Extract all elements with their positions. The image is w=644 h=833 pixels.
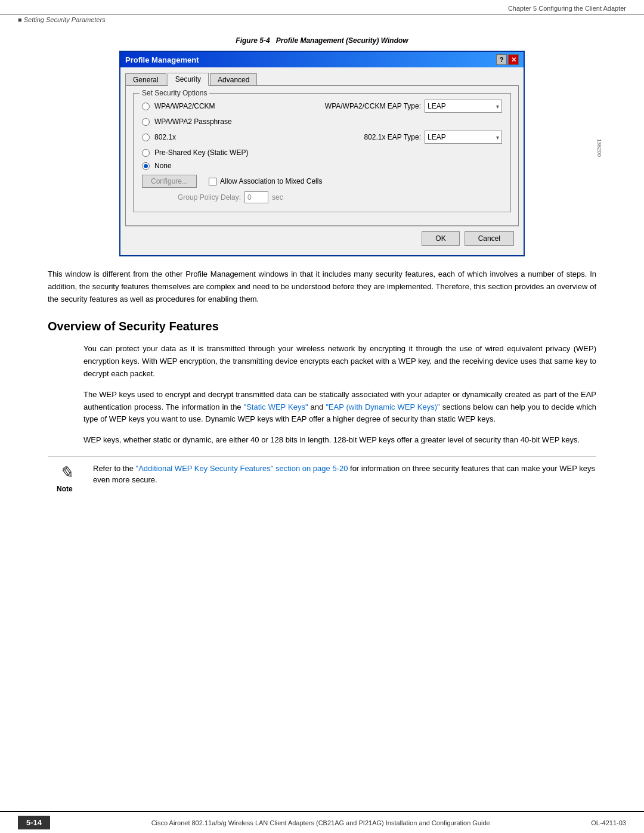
cancel-button[interactable]: Cancel (465, 231, 514, 246)
section-heading: Overview of Security Features (48, 320, 596, 333)
figure-side-label: 136200 (596, 138, 602, 156)
eap-type-2-dropdown[interactable]: LEAP ▾ (425, 131, 502, 144)
radio-row-wpa-cckm: WPA/WPA2/CCKM WPA/WPA2/CCKM EAP Type: LE… (142, 100, 502, 113)
note-label: Note (57, 485, 75, 493)
configure-button[interactable]: Configure... (142, 175, 197, 188)
wpa-cckm-left: WPA/WPA2/CCKM (142, 102, 215, 110)
radio-wpa-cckm[interactable] (142, 103, 150, 110)
dialog-buttons: OK Cancel (125, 226, 519, 250)
eap-type-1-section: WPA/WPA2/CCKM EAP Type: LEAP ▾ (325, 100, 502, 113)
radio-none[interactable] (142, 162, 150, 170)
radio-wpa-passphrase[interactable] (142, 118, 150, 126)
note-text: Refer to the "Additional WEP Key Securit… (93, 463, 596, 486)
page-header: Chapter 5 Configuring the Client Adapter (0, 0, 644, 15)
dropdown-arrow-1: ▾ (496, 103, 499, 110)
note-icon: ✎ (59, 463, 73, 482)
eap-type-1-dropdown[interactable]: LEAP ▾ (425, 100, 502, 113)
group-policy-row: Group Policy Delay: 0 sec (178, 191, 502, 203)
tab-general[interactable]: General (125, 73, 166, 86)
titlebar-buttons: ? ✕ (496, 54, 519, 65)
tabs-row: General Security Advanced (125, 72, 519, 85)
eap-type-2-section: 802.1x EAP Type: LEAP ▾ (364, 131, 502, 144)
footer-right-text: OL-4211-03 (591, 819, 626, 826)
sub-header: ■ Setting Security Parameters (0, 15, 644, 24)
note-section: ✎ Note Refer to the "Additional WEP Key … (48, 456, 596, 493)
tab-advanced[interactable]: Advanced (210, 73, 257, 86)
footer-center-text: Cisco Aironet 802.11a/b/g Wireless LAN C… (50, 819, 591, 826)
page-footer: 5-14 Cisco Aironet 802.11a/b/g Wireless … (0, 811, 644, 833)
note-link[interactable]: "Additional WEP Key Security Features" s… (136, 464, 348, 473)
titlebar: Profile Management ? ✕ (120, 52, 524, 67)
ok-button[interactable]: OK (422, 231, 459, 246)
page-number: 5-14 (18, 816, 50, 829)
body-text-1: This window is different from the other … (48, 268, 596, 305)
radio-8021x[interactable] (142, 134, 150, 141)
body-text-4: WEP keys, whether static or dynamic, are… (48, 434, 596, 447)
profile-management-window: Profile Management ? ✕ General Security (119, 51, 525, 256)
radio-row-none: None (142, 162, 502, 170)
body-text-3: The WEP keys used to encrypt and decrypt… (48, 389, 596, 426)
link-static-wep[interactable]: "Static WEP Keys" (244, 402, 308, 411)
allow-assoc-row: Allow Association to Mixed Cells (209, 177, 322, 185)
link-eap-dynamic[interactable]: "EAP (with Dynamic WEP Keys)" (326, 402, 440, 411)
radio-row-wpa-passphrase: WPA/WPA2 Passphrase (142, 117, 502, 126)
group-box-label: Set Security Options (140, 89, 209, 97)
radio-row-8021x: 802.1x 802.1x EAP Type: LEAP ▾ (142, 131, 502, 144)
help-button[interactable]: ? (496, 54, 507, 65)
tab-panel-security: Set Security Options WPA/WPA2/CCKM WPA/W… (125, 85, 519, 226)
allow-assoc-checkbox[interactable] (209, 178, 216, 185)
security-options-group: Set Security Options WPA/WPA2/CCKM WPA/W… (133, 93, 511, 212)
window-title: Profile Management (125, 55, 199, 64)
figure-caption: Figure 5-4 Profile Management (Security)… (48, 36, 596, 45)
profile-body: General Security Advanced Set Security O… (120, 67, 524, 255)
8021x-left: 802.1x (142, 133, 176, 141)
radio-row-preshared: Pre-Shared Key (Static WEP) (142, 148, 502, 157)
group-policy-spinner[interactable]: 0 (244, 191, 268, 203)
radio-preshared[interactable] (142, 149, 150, 157)
figure-container: Profile Management ? ✕ General Security (48, 51, 596, 256)
tab-security[interactable]: Security (168, 73, 209, 86)
header-right: Chapter 5 Configuring the Client Adapter (508, 5, 626, 12)
main-content: Figure 5-4 Profile Management (Security)… (0, 24, 644, 515)
body-text-2: You can protect your data as it is trans… (48, 343, 596, 380)
configure-row: Configure... Allow Association to Mixed … (142, 175, 502, 188)
dropdown-arrow-2: ▾ (496, 134, 499, 141)
window-close-button[interactable]: ✕ (508, 54, 519, 65)
